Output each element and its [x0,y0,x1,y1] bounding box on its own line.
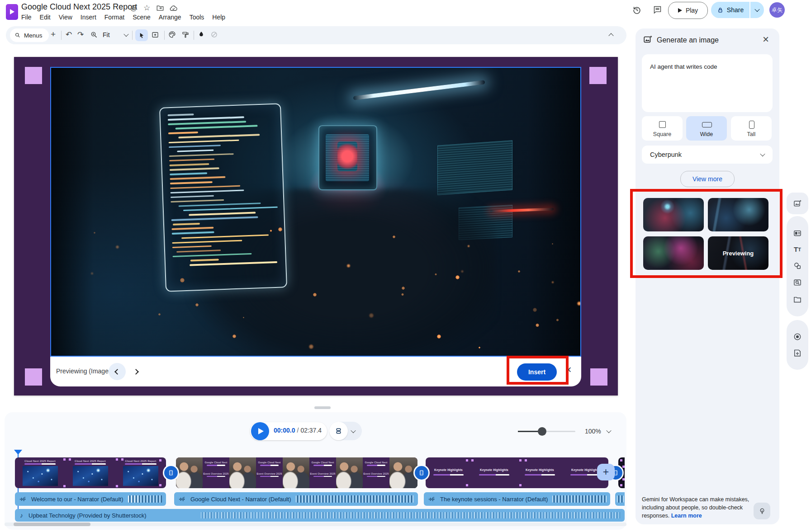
add-scene-button[interactable]: + [597,464,615,480]
zoom-fit-chevron-icon[interactable] [123,32,128,37]
transcript-mic-icon[interactable] [793,348,802,358]
slide-thumb-title: Cloud Next 2025 Report [15,460,65,462]
music-track-item[interactable]: ♪ Upbeat Technolgy (Provided by Shutters… [15,509,625,522]
narration-label: The keynote sessions - Narrator (Default… [440,496,548,503]
menus-search-button[interactable]: Menus [10,28,49,42]
aspect-option-square[interactable]: Square [642,116,683,141]
selection-handle [466,484,468,486]
slide-progress-line [207,476,225,477]
menu-format[interactable]: Format [100,12,128,22]
share-button[interactable]: Share [711,2,749,18]
video-frame-photo [229,457,256,488]
strip-generate-image-tile[interactable] [787,193,808,214]
selection-handle [519,459,522,461]
generated-thumbnail-4-previewing[interactable]: Previewing [708,236,768,270]
image-prompt-input[interactable]: AI agent that writes code [642,54,773,112]
palette-icon[interactable] [168,30,176,39]
templates-icon[interactable] [793,229,802,238]
slide-progress-line [570,474,601,476]
app-header: Google Cloud Next 2025 Report @ ☆ File E… [0,0,811,25]
menu-file[interactable]: File [17,12,36,22]
video-clip-scene2[interactable]: Google Cloud Next Event Overview 2025 Go… [176,457,417,488]
transition-button[interactable] [164,466,178,480]
add-icon[interactable]: + [51,29,56,39]
menu-view[interactable]: View [55,12,76,22]
video-clip-scene1[interactable]: Cloud Next 2025 Report Cloud Next 2025 R… [15,457,166,488]
timeline-zoom-slider[interactable] [518,431,575,432]
gemini-tips-button[interactable] [754,503,770,519]
selection-handle [620,459,622,461]
generated-thumbnail-3[interactable] [643,236,704,270]
scenes-view-button[interactable] [329,422,348,440]
slide-thumb: Google Cloud Next Event Overview 2025 [363,457,389,488]
close-preview-icon[interactable]: × [565,364,571,376]
at-mention-icon[interactable]: @ [130,4,137,12]
transition-button[interactable] [415,466,428,480]
comments-icon[interactable] [653,5,662,14]
close-panel-icon[interactable]: × [763,33,769,46]
aspect-option-tall[interactable]: Tall [731,116,772,141]
slide-thumb-image [23,466,58,486]
insert-frame-icon[interactable] [151,31,159,39]
version-history-icon[interactable] [632,5,642,15]
menu-help[interactable]: Help [208,12,229,22]
timeline-scrollbar-thumb[interactable] [14,523,90,526]
timeline-play-button[interactable] [251,422,269,440]
share-dropdown-button[interactable] [750,2,764,18]
menu-insert[interactable]: Insert [76,12,100,22]
narration-item-clipped[interactable] [615,492,625,506]
view-more-button[interactable]: View more [680,171,735,187]
undo-icon[interactable]: ↶ [66,30,72,39]
slider-thumb[interactable] [538,427,546,436]
stock-media-icon[interactable] [793,278,802,287]
narration-icon [19,496,26,503]
generated-thumbnail-2[interactable] [708,198,768,231]
panel-resize-handle[interactable] [314,406,331,409]
timeline-scrollbar-track[interactable] [5,523,626,526]
fill-color-icon[interactable] [197,30,205,38]
play-button[interactable]: Play [668,2,708,19]
insert-button[interactable]: Insert [517,363,557,381]
generated-thumbnail-1[interactable] [643,198,704,231]
shapes-icon[interactable] [793,261,802,270]
narration-waveform [552,495,607,503]
learn-more-link[interactable]: Learn more [671,513,702,519]
slide-progress-line [525,474,555,476]
video-clip-scene3[interactable]: Keynote Highlights Keynote Highlights Ke… [426,457,608,488]
slide-progress-line [207,465,225,466]
menu-edit[interactable]: Edit [36,12,55,22]
generate-panel-title: Generate an image [657,36,719,44]
select-tool-button[interactable] [135,29,148,41]
aspect-label: Square [642,131,683,137]
redo-icon[interactable]: ↷ [77,30,84,39]
narration-item[interactable]: Welcome to our - Narrator (Default) [15,492,166,506]
google-vids-app: Google Cloud Next 2025 Report @ ☆ File E… [0,0,811,532]
narration-item[interactable]: Google Cloud Next - Narrator (Default) [174,492,418,506]
text-icon[interactable]: TT [794,245,801,253]
aspect-option-wide[interactable]: Wide [686,116,727,141]
generated-image-preview[interactable] [50,67,581,357]
paint-format-icon[interactable] [181,31,190,39]
style-select[interactable]: Cyberpunk [642,146,773,164]
document-title[interactable]: Google Cloud Next 2025 Report [21,2,137,12]
vids-logo[interactable] [6,4,18,20]
menu-arrange[interactable]: Arrange [155,12,185,22]
narration-item[interactable]: The keynote sessions - Narrator (Default… [424,492,610,506]
menu-tools[interactable]: Tools [185,12,209,22]
previous-image-button[interactable] [109,363,126,380]
transition-icon [418,469,425,476]
zoom-icon[interactable] [90,31,98,39]
selection-handle [159,459,161,461]
timeline-zoom-level[interactable]: 100% [585,428,601,435]
next-image-button[interactable] [127,363,144,380]
collapse-toolbar-icon[interactable] [608,33,613,38]
narration-icon [179,496,185,503]
border-color-icon[interactable] [210,30,218,39]
record-icon[interactable] [793,332,802,341]
drive-folder-icon[interactable] [793,295,802,304]
menu-scene[interactable]: Scene [128,12,155,22]
total-duration: 02:37.4 [300,427,322,434]
avatar[interactable]: 卓矢 [769,2,785,18]
zoom-fit-select[interactable]: Fit [103,31,110,38]
slide-progress-line [24,463,56,465]
